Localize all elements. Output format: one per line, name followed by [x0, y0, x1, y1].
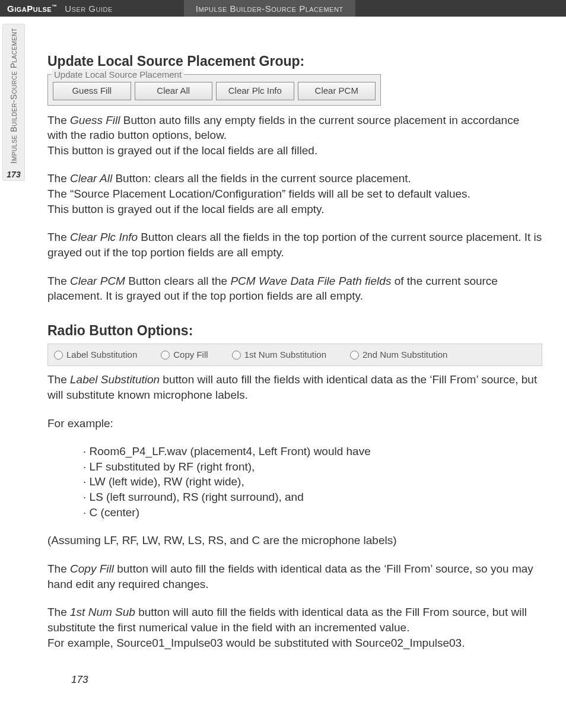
text: For example, Source01_Impulse03 would be… [47, 637, 465, 649]
para-clear-all: The Clear All Button: clears all the fie… [47, 171, 542, 217]
em-clear-all: Clear All [70, 172, 112, 185]
clear-pcm-button[interactable]: Clear PCM [298, 82, 376, 100]
header-bar: GigaPulse™ User Guide Impulse Builder-So… [0, 0, 566, 17]
list-item: LF substituted by RF (right front), [83, 459, 542, 475]
page-content: Update Local Source Placement Group: Upd… [47, 52, 542, 650]
list-item: LS (left surround), RS (right surround),… [83, 489, 542, 505]
radio-1st-num-sub[interactable]: 1st Num Substitution [232, 349, 326, 361]
para-label-sub: The Label Substitution button will auto … [47, 372, 542, 402]
button-row: Guess Fill Clear All Clear Plc Info Clea… [48, 82, 380, 104]
para-1st-num-sub: The 1st Num Sub button will auto fill th… [47, 605, 542, 650]
fieldset-legend: Update Local Source Placement [52, 69, 184, 81]
text: The [47, 275, 70, 287]
radio-text: Label Substitution [66, 349, 137, 361]
side-tab-label: Impulse Builder-Source Placement [9, 28, 18, 164]
radio-options-row: Label Substitution Copy Fill 1st Num Sub… [47, 344, 542, 366]
text: This button is grayed out if the local f… [47, 203, 324, 215]
radio-2nd-num-sub[interactable]: 2nd Num Substitution [350, 349, 447, 361]
radio-text: Copy Fill [173, 349, 208, 361]
footer-page-number: 173 [71, 674, 566, 698]
clear-plc-info-button[interactable]: Clear Plc Info [216, 82, 294, 100]
para-copy-fill: The Copy Fill button will auto fill the … [47, 561, 542, 592]
para-clear-plc: The Clear Plc Info Button clears all the… [47, 230, 542, 260]
brand-name: GigaPulse™ User Guide [0, 4, 113, 14]
radio-text: 2nd Num Substitution [363, 349, 447, 361]
para-guess-fill: The Guess Fill Button auto fills any emp… [47, 113, 542, 158]
section-title-radio-options: Radio Button Options: [47, 322, 542, 340]
em-pcm-wave: PCM Wave Data File Path fields [230, 275, 391, 287]
em-clear-plc: Clear Plc Info [70, 231, 138, 243]
guess-fill-button[interactable]: Guess Fill [53, 82, 131, 100]
update-local-source-fieldset: Update Local Source Placement Guess Fill… [47, 74, 381, 106]
tm-symbol: ™ [52, 4, 58, 9]
radio-icon [161, 351, 170, 360]
text: The [47, 373, 70, 386]
clear-all-button[interactable]: Clear All [135, 82, 213, 100]
text: The [47, 231, 70, 243]
list-item: LW (left wide), RW (right wide), [83, 474, 542, 489]
text: The [47, 172, 70, 185]
para-for-example: For example: [47, 416, 542, 431]
em-clear-pcm: Clear PCM [70, 275, 125, 287]
radio-icon [54, 351, 63, 360]
text: Button clears all the [125, 275, 230, 287]
text: The “Source Placement Location/Configura… [47, 187, 470, 200]
text: The [47, 562, 70, 575]
brand-text: GigaPulse [7, 4, 52, 14]
radio-text: 1st Num Substitution [244, 349, 326, 361]
radio-icon [350, 351, 359, 360]
radio-icon [232, 351, 241, 360]
em-copy-fill: Copy Fill [70, 562, 114, 575]
list-item: Room6_P4_LF.wav (placement4, Left Front)… [83, 444, 542, 459]
side-tab-page: 173 [4, 170, 23, 179]
em-label-sub: Label Substitution [70, 373, 160, 386]
para-assuming: (Assuming LF, RF, LW, RW, LS, RS, and C … [47, 533, 542, 548]
guide-label: User Guide [65, 4, 113, 14]
para-clear-pcm: The Clear PCM Button clears all the PCM … [47, 274, 542, 304]
radio-copy-fill[interactable]: Copy Fill [161, 349, 208, 361]
radio-label-substitution[interactable]: Label Substitution [54, 349, 137, 361]
em-guess-fill: Guess Fill [70, 114, 120, 126]
text: This button is grayed out if the local f… [47, 144, 317, 157]
header-section: Impulse Builder-Source Placement [184, 0, 355, 17]
section-title-update-group: Update Local Source Placement Group: [47, 52, 542, 71]
side-tab: Impulse Builder-Source Placement 173 [2, 24, 25, 181]
list-item: C (center) [83, 505, 542, 520]
text: Button: clears all the fields in the cur… [112, 172, 411, 185]
text: button will auto fill the fields with id… [47, 562, 533, 590]
text: The [47, 114, 70, 126]
example-bullet-list: Room6_P4_LF.wav (placement4, Left Front)… [47, 444, 542, 520]
em-1st-num: 1st Num Sub [70, 606, 135, 618]
text: The [47, 606, 70, 618]
